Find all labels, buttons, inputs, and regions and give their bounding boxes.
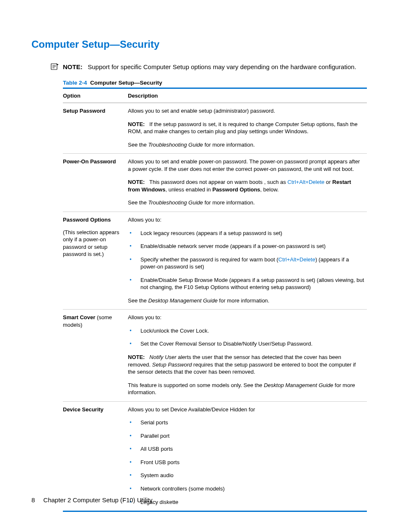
list-item: Enable/disable network server mode (appe…: [128, 243, 364, 250]
note-label: NOTE:: [128, 179, 145, 185]
desc-note: NOTE: If the setup password is set, it i…: [128, 121, 364, 135]
table-row: Password Options (This selection appears…: [63, 212, 367, 309]
security-table: Option Description Setup Password Allows…: [63, 88, 367, 512]
desc-text: Allows you to:: [128, 314, 364, 321]
option-name: Setup Password: [63, 108, 105, 114]
page-title: Computer Setup—Security: [31, 39, 366, 50]
option-name: Power-On Password: [63, 158, 116, 165]
desc-text: Allows you to set Device Available/Devic…: [128, 406, 364, 413]
option-name: Smart Cover (some models): [63, 310, 128, 401]
list-item: Lock legacy resources (appears if a setu…: [128, 230, 364, 237]
list-item: Specify whether the password is required…: [128, 256, 364, 271]
page-footer: 8Chapter 2 Computer Setup (F10) Utility: [31, 496, 152, 504]
bullet-list: Lock legacy resources (appears if a setu…: [128, 230, 364, 291]
note-label: NOTE:: [128, 354, 145, 360]
option-name: Device Security: [63, 406, 104, 413]
list-item: Serial ports: [128, 419, 364, 426]
bullet-list: Serial ports Parallel port All USB ports…: [128, 419, 364, 506]
option-name: Password Options: [63, 217, 111, 223]
desc-ref: See the Desktop Management Guide for mor…: [128, 297, 364, 305]
note-body: Support for specific Computer Setup opti…: [88, 63, 356, 70]
table-row: Smart Cover (some models) Allows you to:…: [63, 310, 367, 401]
table-row: Power-On Password Allows you to set and …: [63, 154, 367, 212]
top-note: NOTE: Support for specific Computer Setu…: [50, 63, 366, 71]
table-row: Device Security Allows you to set Device…: [63, 401, 367, 511]
list-item: Front USB ports: [128, 459, 364, 466]
desc-note: NOTE: Notify User alerts the user that t…: [128, 354, 364, 376]
list-item: Parallel port: [128, 432, 364, 440]
list-item: System audio: [128, 472, 364, 479]
table-caption: Table 2-4 Computer Setup—Security: [63, 80, 366, 86]
note-body: If the setup password is set, it is requ…: [128, 121, 358, 135]
desc-text: Allows you to:: [128, 216, 364, 224]
desc-ref: See the Troubleshooting Guide for more i…: [128, 199, 364, 207]
list-item: All USB ports: [128, 445, 364, 453]
list-item: Network controllers (some models): [128, 485, 364, 493]
desc-ref: This feature is supported on some models…: [128, 382, 364, 396]
top-note-text: NOTE: Support for specific Computer Setu…: [63, 63, 366, 71]
list-item: Legacy diskette: [128, 498, 364, 506]
desc-ref: See the Troubleshooting Guide for more i…: [128, 141, 364, 149]
header-option: Option: [63, 88, 128, 103]
list-item: Enable/Disable Setup Browse Mode (appear…: [128, 276, 364, 291]
caption-prefix: Table 2-4: [63, 80, 87, 86]
desc-text: Allows you to set and enable setup (admi…: [128, 107, 364, 115]
note-label: NOTE:: [128, 121, 145, 127]
table-row: Setup Password Allows you to set and ena…: [63, 103, 367, 154]
list-item: Lock/unlock the Cover Lock.: [128, 327, 364, 335]
page-number: 8: [31, 496, 35, 504]
desc-text: Allows you to set and enable power-on pa…: [128, 158, 364, 173]
chapter-title: Chapter 2 Computer Setup (F10) Utility: [43, 496, 152, 504]
list-item: Set the Cover Removal Sensor to Disable/…: [128, 340, 364, 348]
note-label: NOTE:: [63, 63, 83, 70]
caption-title: Computer Setup—Security: [90, 80, 162, 86]
header-description: Description: [128, 88, 367, 103]
note-icon: [50, 63, 60, 70]
desc-note: NOTE: This password does not appear on w…: [128, 178, 364, 193]
option-sub: (This selection appears only if a power-…: [63, 229, 125, 258]
bullet-list: Lock/unlock the Cover Lock. Set the Cove…: [128, 327, 364, 348]
